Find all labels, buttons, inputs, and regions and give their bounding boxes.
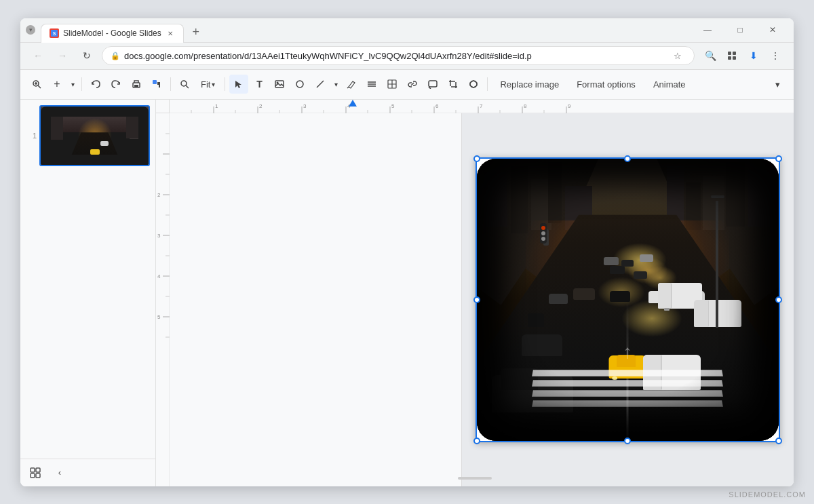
svg-rect-12 <box>153 80 157 84</box>
divider-4 <box>487 77 488 91</box>
fit-label: Fit <box>201 79 210 90</box>
svg-rect-5 <box>733 56 736 60</box>
city-image: ↑ <box>477 159 779 441</box>
format-options-button[interactable]: Format options <box>568 76 644 93</box>
tab-close-btn[interactable]: ✕ <box>166 28 175 38</box>
handle-bottom-middle[interactable] <box>624 438 631 444</box>
svg-rect-2 <box>728 52 731 55</box>
text-tool[interactable]: T <box>250 75 269 94</box>
svg-rect-4 <box>728 56 731 60</box>
grid-view-button[interactable] <box>26 463 45 482</box>
ruler-h-svg: 1 2 3 4 5 6 <box>170 100 794 113</box>
handle-middle-left[interactable] <box>473 296 480 303</box>
line-dropdown[interactable]: ▾ <box>331 75 341 94</box>
tab-bar: S SlideModel - Google Slides ✕ + <box>41 18 692 42</box>
handle-top-left[interactable] <box>473 155 480 162</box>
svg-text:6: 6 <box>435 103 439 109</box>
crop-tool[interactable] <box>444 75 463 94</box>
bookmark-icon[interactable]: ☆ <box>670 47 686 64</box>
replace-image-button[interactable]: Replace image <box>492 76 567 93</box>
svg-text:9: 9 <box>568 103 571 109</box>
back-button[interactable]: ← <box>28 46 47 65</box>
slide-canvas: ↑ <box>476 157 781 442</box>
menu-icon[interactable]: ⋮ <box>765 45 786 66</box>
tab-title: SlideModel - Google Slides <box>63 28 161 38</box>
svg-rect-3 <box>733 52 736 55</box>
svg-rect-33 <box>31 468 35 472</box>
add-tool[interactable]: + <box>47 75 66 94</box>
zoom-in-tool[interactable] <box>27 75 46 94</box>
svg-text:4: 4 <box>157 273 161 279</box>
mask-tool[interactable] <box>464 75 483 94</box>
collapse-panel-button[interactable]: ‹ <box>50 463 69 482</box>
horizontal-ruler: 1 2 3 4 5 6 <box>170 100 794 113</box>
url-bar-actions: ☆ <box>670 47 686 64</box>
ruler-v-svg: 1 2 3 4 5 <box>156 113 170 486</box>
slide-panel: 1 <box>20 100 156 486</box>
svg-rect-34 <box>36 468 40 472</box>
maximize-button[interactable]: □ <box>724 19 756 41</box>
svg-rect-26 <box>429 81 437 87</box>
svg-text:3: 3 <box>157 233 161 239</box>
undo-tool[interactable] <box>86 75 105 94</box>
ruler-row: 1 2 3 4 5 6 <box>156 100 794 113</box>
comment-tool[interactable] <box>423 75 442 94</box>
paint-format-tool[interactable] <box>147 75 166 94</box>
pen-tool[interactable] <box>342 75 361 94</box>
svg-line-19 <box>347 87 349 88</box>
svg-text:8: 8 <box>524 103 527 109</box>
download-icon[interactable]: ⬇ <box>743 45 764 66</box>
refresh-button[interactable]: ↻ <box>77 46 96 65</box>
watermark: SLIDEMODEL.COM <box>729 490 806 499</box>
svg-rect-11 <box>134 85 138 87</box>
handle-bottom-left[interactable] <box>473 438 480 444</box>
minimize-button[interactable]: — <box>692 19 723 41</box>
vertical-ruler: 1 2 3 4 5 <box>156 113 462 486</box>
cursor-tool[interactable] <box>229 75 248 94</box>
browser-window: ▾ S SlideModel - Google Slides ✕ + — □ ✕… <box>20 18 794 486</box>
svg-text:5: 5 <box>157 314 161 320</box>
window-chevron-btn[interactable]: ▾ <box>26 25 35 35</box>
browser-tab[interactable]: S SlideModel - Google Slides ✕ <box>41 24 184 43</box>
slide-panel-header: 1 <box>20 100 155 172</box>
new-tab-button[interactable]: + <box>187 23 206 42</box>
table-tool[interactable] <box>383 75 402 94</box>
handle-top-middle[interactable] <box>624 155 631 162</box>
svg-text:2: 2 <box>259 103 263 109</box>
svg-rect-36 <box>36 473 40 478</box>
shapes-tool[interactable] <box>290 75 309 94</box>
link-tool[interactable] <box>403 75 422 94</box>
extensions-icon[interactable] <box>722 45 742 66</box>
main-content: 1 <box>20 100 794 486</box>
forward-button[interactable]: → <box>53 46 72 65</box>
svg-text:3: 3 <box>303 103 307 109</box>
handle-top-right[interactable] <box>775 155 782 162</box>
align-tool[interactable] <box>362 75 381 94</box>
line-tool[interactable] <box>311 75 330 94</box>
svg-text:1: 1 <box>215 103 218 109</box>
selected-image[interactable]: ↑ <box>476 157 781 442</box>
fit-dropdown[interactable]: Fit ▾ <box>195 75 220 94</box>
image-insert-tool[interactable] <box>270 75 289 94</box>
svg-text:S: S <box>53 31 56 36</box>
more-options-button[interactable]: ▾ <box>768 75 787 94</box>
zoom-icon[interactable]: 🔍 <box>700 45 720 66</box>
print-tool[interactable] <box>127 75 146 94</box>
canvas-area[interactable]: ↑ <box>462 113 794 486</box>
slide-thumbnail[interactable] <box>39 105 150 166</box>
tab-favicon: S <box>50 28 59 38</box>
handle-middle-right[interactable] <box>775 296 782 303</box>
handle-bottom-right[interactable] <box>775 438 782 444</box>
animate-button[interactable]: Animate <box>645 76 694 93</box>
content-row: 1 2 3 4 5 <box>156 113 794 486</box>
close-button[interactable]: ✕ <box>757 19 788 41</box>
svg-text:2: 2 <box>157 192 161 198</box>
svg-line-18 <box>317 81 324 88</box>
address-bar: ← → ↻ 🔒 docs.google.com/presentation/d/1… <box>20 43 794 70</box>
zoom-dropdown-arrow[interactable]: ▾ <box>68 75 77 94</box>
url-bar[interactable]: 🔒 docs.google.com/presentation/d/13AAei1… <box>102 46 695 65</box>
panel-footer: ‹ <box>20 459 155 486</box>
redo-tool[interactable] <box>106 75 125 94</box>
editor-with-ruler: 1 2 3 4 5 6 <box>156 100 794 486</box>
zoom-fit-tool[interactable] <box>175 75 194 94</box>
